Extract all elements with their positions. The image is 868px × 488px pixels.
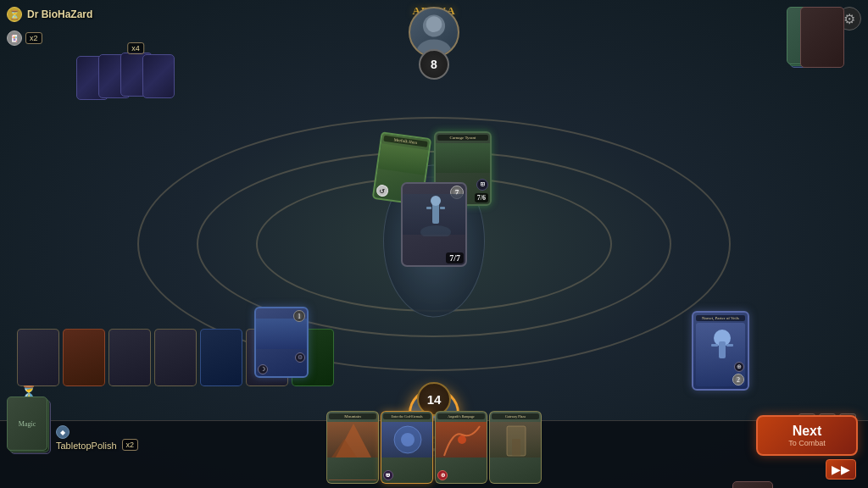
opp-graveyard-card	[800, 7, 844, 68]
player-library-top: Magic	[7, 396, 47, 451]
next-button-label: Next	[778, 424, 836, 439]
opp-creature-2-pt: 7/6	[475, 193, 488, 202]
svg-point-5	[431, 196, 441, 206]
opponent-hand-count-badge: x4	[127, 42, 144, 54]
hand-card-rampage-name: Angrath's Rampage	[437, 413, 485, 419]
narset-symbol: ⊕	[734, 362, 744, 372]
svg-point-3	[420, 225, 451, 236]
player-hand-count: x2	[122, 439, 139, 451]
hand-card-god-eternals-symbol1: ⛨	[383, 465, 393, 480]
center-creature-art	[403, 194, 465, 235]
svg-rect-7	[440, 207, 445, 209]
player-creature-1-cost: 1	[293, 310, 305, 322]
opponent-hand-area: 🃏 x2	[7, 30, 42, 46]
game-board: ARENA ⚙ ⏳ Dr BioHaZard 🃏 x2 x4 8	[0, 0, 868, 488]
gear-icon: ⚙	[843, 11, 855, 27]
opp-creature-1-art	[378, 143, 429, 175]
narset-card-name: Narset, Parter of Veils	[696, 315, 745, 321]
player-creature-1[interactable]: ⚙ ☽ 1	[254, 307, 309, 378]
player-name-area: ◆ TabletopPolish	[56, 425, 117, 454]
land-4[interactable]	[154, 329, 197, 386]
player-bottom-bar: ⏳ Magic ◆ TabletopPolish x2 Mountain	[0, 420, 868, 488]
opponent-life: 8	[419, 49, 449, 80]
hand-card-mountain-name: Mountain	[329, 413, 376, 419]
player-library[interactable]: ⏳ Magic	[7, 396, 51, 454]
opp-creature-2-art	[436, 143, 490, 173]
opponent-hand-icon: 🃏	[7, 30, 22, 46]
hand-card-gateway[interactable]: Gateway Plaza	[489, 411, 542, 484]
forward-icon: ▶▶	[832, 463, 850, 477]
opponent-hand-count: x2	[25, 32, 42, 44]
hand-card-gateway-art	[490, 422, 541, 458]
player-deck-area: ⏳ Magic ◆ TabletopPolish x2	[7, 396, 138, 454]
hand-card-mountain-art	[327, 422, 378, 458]
player-creature-1-symbol2: ☽	[258, 364, 268, 374]
forward-button[interactable]: ▶▶	[826, 459, 856, 480]
opp-creature-2-symbol: ⛨	[476, 179, 488, 191]
opp-creature-1-tap-symbol: ↺	[376, 184, 389, 197]
land-2[interactable]	[63, 329, 105, 386]
hand-card-gateway-name: Gateway Plaza	[492, 413, 539, 419]
hand-card-god-eternals-name: Enter the God-Eternals	[383, 413, 431, 419]
hand-card-rampage-symbol: ⚙	[437, 465, 448, 480]
center-creature[interactable]: 7 7/7	[401, 182, 467, 267]
opp-hand-card-4	[142, 54, 175, 98]
land-5[interactable]	[200, 329, 242, 386]
narset-card[interactable]: Narset, Parter of Veils 2 ⊕	[692, 311, 749, 391]
next-button-sublabel: To Combat	[778, 439, 836, 447]
narset-loyalty: 2	[732, 374, 744, 385]
player-creature-1-symbol: ⚙	[295, 352, 305, 363]
player-hand-cards: Mountain Enter the God-Eternals	[326, 411, 542, 488]
land-1[interactable]	[17, 329, 59, 386]
svg-point-2	[426, 16, 442, 32]
player-library-label: Magic	[19, 420, 36, 428]
hand-card-rampage[interactable]: Angrath's Rampage ⚙	[435, 411, 487, 484]
hand-card-mountain-bar	[329, 480, 376, 480]
hand-card-rampage-art	[436, 422, 487, 458]
player-creature-1-art	[256, 319, 307, 349]
player-graveyard-pile	[732, 481, 773, 488]
svg-rect-14	[726, 344, 733, 347]
opponent-timer-icon: ⏳	[7, 7, 22, 22]
svg-rect-6	[426, 207, 431, 209]
svg-rect-12	[719, 341, 726, 358]
center-creature-pt: 7/7	[446, 252, 464, 263]
hand-card-mountain[interactable]: Mountain	[326, 411, 379, 484]
svg-rect-21	[512, 439, 520, 456]
opponent-info: ⏳ Dr BioHaZard	[7, 7, 92, 22]
hand-card-god-eternals[interactable]: Enter the God-Eternals ⛨	[381, 411, 433, 484]
player-name: TabletopPolish	[56, 441, 117, 451]
svg-point-19	[458, 435, 466, 444]
opponent-hand-cards: x4	[76, 53, 195, 100]
land-3[interactable]	[108, 329, 151, 386]
opp-creature-2-name: Carnage Tyrant	[437, 135, 488, 141]
svg-rect-13	[711, 344, 718, 347]
svg-point-18	[401, 433, 415, 446]
player-battlefield: ⚙ ☽ 1	[254, 307, 309, 378]
player-hand-count-area: x2	[122, 439, 139, 454]
hand-card-god-eternals-art	[381, 422, 432, 458]
player-icon: ◆	[56, 425, 70, 439]
next-button[interactable]: Next To Combat	[756, 415, 858, 456]
opponent-name: Dr BioHaZard	[27, 8, 92, 20]
